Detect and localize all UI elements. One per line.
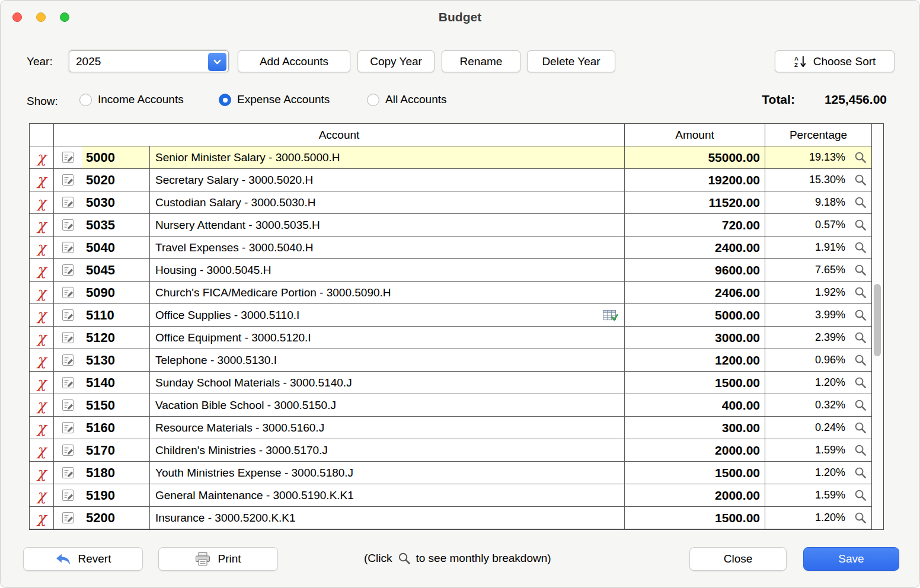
delete-account-button[interactable]: χ [30, 304, 53, 326]
magnifier-icon[interactable] [852, 420, 868, 436]
edit-account-button[interactable] [53, 169, 82, 191]
account-name-cell[interactable]: Housing - 3000.5045.H [149, 259, 624, 281]
delete-account-button[interactable]: χ [30, 146, 53, 168]
add-accounts-button[interactable]: Add Accounts [238, 50, 350, 72]
magnifier-icon[interactable] [852, 398, 868, 413]
delete-account-button[interactable]: χ [30, 259, 53, 281]
account-name-cell[interactable]: Travel Expenses - 3000.5040.H [149, 237, 624, 258]
edit-account-button[interactable] [53, 214, 82, 236]
edit-account-button[interactable] [53, 349, 82, 371]
edit-account-button[interactable] [53, 327, 82, 349]
delete-account-button[interactable]: χ [30, 462, 53, 484]
delete-account-button[interactable]: χ [30, 439, 53, 461]
delete-account-button[interactable]: χ [30, 507, 53, 529]
edit-account-button[interactable] [53, 259, 82, 281]
edit-account-button[interactable] [53, 304, 82, 326]
amount-cell[interactable]: 1500.00 [624, 372, 765, 394]
edit-account-button[interactable] [53, 146, 82, 168]
magnifier-icon[interactable] [852, 510, 868, 526]
delete-account-button[interactable]: χ [30, 372, 53, 394]
magnifier-icon[interactable] [852, 353, 868, 368]
magnifier-icon[interactable] [852, 240, 868, 255]
amount-cell[interactable]: 2000.00 [624, 484, 765, 506]
account-name-cell[interactable]: Sunday School Materials - 3000.5140.J [149, 372, 624, 394]
save-button[interactable]: Save [803, 547, 899, 571]
amount-cell[interactable]: 55000.00 [624, 146, 765, 168]
magnifier-icon[interactable] [852, 488, 868, 503]
edit-account-button[interactable] [53, 394, 82, 416]
magnifier-icon[interactable] [852, 308, 868, 323]
edit-account-button[interactable] [53, 462, 82, 484]
account-name-cell[interactable]: Office Equipment - 3000.5120.I [149, 327, 624, 349]
vertical-scrollbar[interactable] [871, 124, 883, 529]
amount-cell[interactable]: 2000.00 [624, 439, 765, 461]
edit-account-button[interactable] [53, 439, 82, 461]
delete-account-button[interactable]: χ [30, 417, 53, 439]
amount-cell[interactable]: 720.00 [624, 214, 765, 236]
account-name-cell[interactable]: Senior Minister Salary - 3000.5000.H [149, 146, 624, 168]
magnifier-icon[interactable] [852, 330, 868, 346]
zoom-window-button[interactable] [60, 12, 69, 22]
magnifier-icon[interactable] [852, 375, 868, 391]
edit-account-button[interactable] [53, 282, 82, 303]
amount-cell[interactable]: 3000.00 [624, 327, 765, 349]
radio-expense-accounts[interactable]: Expense Accounts [219, 93, 330, 106]
edit-account-button[interactable] [53, 237, 82, 258]
account-name-cell[interactable]: Vacation Bible School - 3000.5150.J [149, 394, 624, 416]
edit-account-button[interactable] [53, 191, 82, 213]
account-name-cell[interactable]: Telephone - 3000.5130.I [149, 349, 624, 371]
magnifier-icon[interactable] [852, 172, 868, 188]
account-name-cell[interactable]: Office Supplies - 3000.5110.I [149, 304, 624, 326]
scrollbar-thumb[interactable] [874, 284, 881, 356]
amount-cell[interactable]: 300.00 [624, 417, 765, 439]
amount-cell[interactable]: 400.00 [624, 394, 765, 416]
magnifier-icon[interactable] [852, 263, 868, 278]
delete-account-button[interactable]: χ [30, 349, 53, 371]
amount-cell[interactable]: 2400.00 [624, 237, 765, 258]
account-name-cell[interactable]: Church's FICA/Medicare Portion - 3000.50… [149, 282, 624, 303]
edit-account-button[interactable] [53, 372, 82, 394]
delete-account-button[interactable]: χ [30, 394, 53, 416]
delete-account-button[interactable]: χ [30, 191, 53, 213]
edit-account-button[interactable] [53, 417, 82, 439]
amount-cell[interactable]: 1200.00 [624, 349, 765, 371]
delete-account-button[interactable]: χ [30, 327, 53, 349]
rename-button[interactable]: Rename [442, 50, 520, 72]
amount-cell[interactable]: 9600.00 [624, 259, 765, 281]
delete-account-button[interactable]: χ [30, 282, 53, 303]
close-window-button[interactable] [12, 12, 22, 22]
amount-cell[interactable]: 19200.00 [624, 169, 765, 191]
minimize-window-button[interactable] [36, 12, 46, 22]
magnifier-icon[interactable] [852, 195, 868, 210]
account-name-cell[interactable]: Youth Ministries Expense - 3000.5180.J [149, 462, 624, 484]
account-name-cell[interactable]: Custodian Salary - 3000.5030.H [149, 191, 624, 213]
account-name-cell[interactable]: Secretary Salary - 3000.5020.H [149, 169, 624, 191]
amount-cell[interactable]: 1500.00 [624, 507, 765, 529]
amount-cell[interactable]: 11520.00 [624, 191, 765, 213]
print-button[interactable]: Print [158, 547, 278, 571]
edit-account-button[interactable] [53, 507, 82, 529]
account-name-cell[interactable]: Resource Materials - 3000.5160.J [149, 417, 624, 439]
amount-cell[interactable]: 1500.00 [624, 462, 765, 484]
account-name-cell[interactable]: Children's Ministries - 3000.5170.J [149, 439, 624, 461]
account-name-cell[interactable]: General Maintenance - 3000.5190.K.K1 [149, 484, 624, 506]
delete-account-button[interactable]: χ [30, 237, 53, 258]
magnifier-icon[interactable] [852, 285, 868, 301]
delete-account-button[interactable]: χ [30, 169, 53, 191]
delete-year-button[interactable]: Delete Year [527, 50, 615, 72]
delete-account-button[interactable]: χ [30, 214, 53, 236]
close-button[interactable]: Close [689, 547, 787, 571]
account-name-cell[interactable]: Nursery Attendant - 3000.5035.H [149, 214, 624, 236]
magnifier-icon[interactable] [852, 443, 868, 458]
revert-button[interactable]: Revert [23, 547, 143, 571]
copy-year-button[interactable]: Copy Year [357, 50, 435, 72]
choose-sort-button[interactable]: A Z Choose Sort [775, 50, 895, 72]
account-name-cell[interactable]: Insurance - 3000.5200.K.K1 [149, 507, 624, 529]
year-dropdown[interactable]: 2025 [69, 50, 229, 72]
amount-cell[interactable]: 2406.00 [624, 282, 765, 303]
radio-income-accounts[interactable]: Income Accounts [79, 93, 184, 106]
delete-account-button[interactable]: χ [30, 484, 53, 506]
amount-cell[interactable]: 5000.00 [624, 304, 765, 326]
edit-account-button[interactable] [53, 484, 82, 506]
magnifier-icon[interactable] [852, 218, 868, 233]
